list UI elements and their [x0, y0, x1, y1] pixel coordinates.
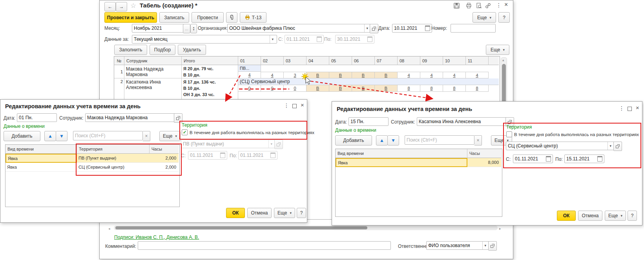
responsible-open-button[interactable] — [488, 241, 497, 251]
signatures-link[interactable]: Подписи: Иванов С. П., Денисова А. В. — [114, 235, 199, 240]
organization-field[interactable]: ООО Швейная фабрика Плюс▾ — [227, 24, 372, 33]
grid-horizontal-scrollbar[interactable] — [114, 225, 498, 230]
data-for-field[interactable]: Текущий месяц▾ — [132, 35, 277, 44]
print-t13-button[interactable]: Т-13 — [240, 12, 266, 23]
day-cell-weekend[interactable]: В — [306, 85, 329, 92]
day-cell-weekend[interactable]: В — [329, 72, 352, 78]
dialog-date-field[interactable]: 01 Пн. — [17, 113, 57, 122]
dialog-employee-field[interactable]: Макова Надежда Марковна — [85, 113, 176, 122]
day-cell[interactable]: 3 — [284, 72, 306, 78]
employee-open-button[interactable] — [174, 113, 182, 123]
scroll-left-icon[interactable]: ◂ — [108, 227, 110, 231]
search-input[interactable] — [405, 135, 474, 145]
attachment-button[interactable] — [226, 12, 237, 23]
day-cell-weekend[interactable]: В — [352, 85, 375, 92]
close-icon[interactable]: × — [636, 105, 639, 111]
col-header-day[interactable]: 04 — [306, 56, 329, 65]
link-icon[interactable] — [485, 3, 491, 9]
month-field[interactable]: Ноябрь 2021 — [132, 24, 186, 33]
col-header-num[interactable]: № — [114, 56, 124, 65]
help-button[interactable]: ? — [498, 12, 510, 23]
day-cell[interactable]: 4 — [238, 72, 261, 78]
col-header-total[interactable]: Итого — [182, 56, 238, 65]
time-row-type-cell[interactable]: Явка — [5, 154, 77, 163]
employee-cell[interactable]: Касаткина Инна Алексеевна — [124, 78, 182, 100]
day-cell[interactable]: 8 — [466, 85, 489, 92]
time-row-hours-cell[interactable]: 2,000 — [150, 154, 179, 163]
day-cell-weekend[interactable]: В — [375, 72, 398, 78]
day-cell-weekend[interactable]: В — [306, 72, 329, 78]
kebab-menu-icon[interactable]: ⋮ — [619, 105, 624, 111]
col-header-day[interactable]: 11 — [466, 56, 489, 65]
maximize-icon[interactable] — [628, 107, 632, 111]
time-row-type-cell[interactable]: Явка — [5, 163, 77, 172]
time-row-territory-cell[interactable]: СЦ (Сервисный центр) — [77, 163, 150, 172]
search-clear-button[interactable]: × — [474, 135, 482, 145]
comment-input[interactable] — [138, 241, 391, 250]
day-cell[interactable]: 8 — [398, 85, 420, 92]
move-up-button[interactable]: ▲ — [376, 135, 388, 145]
add-button[interactable]: Добавить — [335, 135, 372, 145]
move-up-button[interactable]: ▲ — [44, 131, 56, 141]
day-cell-weekend[interactable]: В — [329, 85, 352, 92]
calendar-icon[interactable] — [546, 156, 551, 162]
dialog-more-button[interactable]: Еще▾ — [605, 211, 626, 221]
calendar-icon[interactable] — [425, 25, 430, 31]
print-icon[interactable] — [466, 3, 472, 9]
close-icon[interactable]: × — [504, 2, 508, 7]
table-row-num[interactable]: 2 — [114, 78, 124, 100]
col-header-day[interactable]: 01 — [238, 56, 261, 65]
day-cell-weekend[interactable]: В — [352, 72, 375, 78]
scroll-right-icon[interactable]: ▸ — [499, 227, 501, 231]
nav-forward-button[interactable]: → — [116, 2, 127, 11]
col-header-territory[interactable]: Территория — [77, 145, 150, 154]
scroll-up-icon[interactable]: ▴ — [502, 58, 504, 62]
col-header-time-type[interactable]: Вид времени — [336, 149, 467, 158]
cancel-button[interactable]: Отмена — [578, 211, 602, 221]
day-cell[interactable]: 0 — [261, 85, 284, 92]
day-cell[interactable]: 4 — [261, 72, 284, 78]
post-and-close-button[interactable]: Провести и закрыть — [104, 12, 157, 23]
month-picker-button[interactable]: ... — [183, 24, 190, 33]
col-header-time-type[interactable]: Вид времени — [5, 145, 77, 154]
col-header-day[interactable]: 07 — [375, 56, 398, 65]
search-clear-button[interactable]: × — [143, 131, 150, 141]
list-more-button[interactable]: Еще▾ — [159, 131, 181, 141]
delete-button[interactable]: Удалить — [178, 45, 206, 55]
employee-cell[interactable]: Макова Надежда Марковна — [124, 65, 182, 78]
col-header-hours[interactable]: Часы — [150, 145, 179, 154]
time-row-hours-cell[interactable]: 8,000 — [467, 158, 501, 167]
move-down-button[interactable]: ▼ — [387, 135, 399, 145]
responsible-field[interactable]: ФИО пользователя▾ — [426, 241, 490, 250]
preview-icon[interactable] — [476, 3, 482, 9]
col-header-day[interactable]: 06 — [352, 56, 375, 65]
ok-button[interactable]: ОК — [226, 208, 245, 218]
chevron-down-icon[interactable]: ▾ — [608, 142, 613, 150]
dialog-date-field[interactable]: 15 Пн. — [348, 117, 389, 126]
date-field[interactable]: 10.11.2021 — [392, 24, 432, 33]
time-row-type-cell[interactable]: Явка — [336, 158, 467, 167]
territory-select-field[interactable]: СЦ (Сервисный центр)▾ — [506, 142, 615, 150]
save-icon[interactable] — [454, 3, 460, 9]
col-header-day[interactable]: 09 — [420, 56, 443, 65]
col-header-employee[interactable]: Сотрудник — [124, 56, 182, 65]
maximize-icon[interactable] — [292, 104, 297, 108]
organization-open-button[interactable] — [370, 24, 378, 33]
territory-open-button[interactable] — [613, 142, 622, 151]
kebab-menu-icon[interactable]: ⋮ — [284, 103, 289, 108]
grid-horizontal-scroll-thumb[interactable] — [115, 226, 367, 229]
col-header-day[interactable]: 10 — [443, 56, 466, 65]
territory-note-cell[interactable]: ПВ... — [238, 65, 261, 72]
add-button[interactable]: Добавить — [4, 131, 40, 141]
dialog-help-button[interactable]: ? — [628, 211, 637, 221]
ok-button[interactable]: ОК — [557, 211, 576, 221]
day-cell[interactable]: 8 — [443, 85, 466, 92]
territory-note-cell[interactable]: (СЦ) Сервисный центр — [238, 78, 499, 85]
col-header-hours[interactable]: Часы — [467, 149, 501, 158]
table-row-num[interactable]: 1 — [114, 65, 124, 78]
calendar-icon[interactable] — [597, 156, 602, 162]
close-icon[interactable]: × — [301, 102, 304, 108]
table-more-button[interactable]: Еще▾ — [486, 45, 509, 55]
pick-button[interactable]: Подбор — [150, 45, 175, 55]
col-header-day[interactable]: 08 — [398, 56, 420, 65]
